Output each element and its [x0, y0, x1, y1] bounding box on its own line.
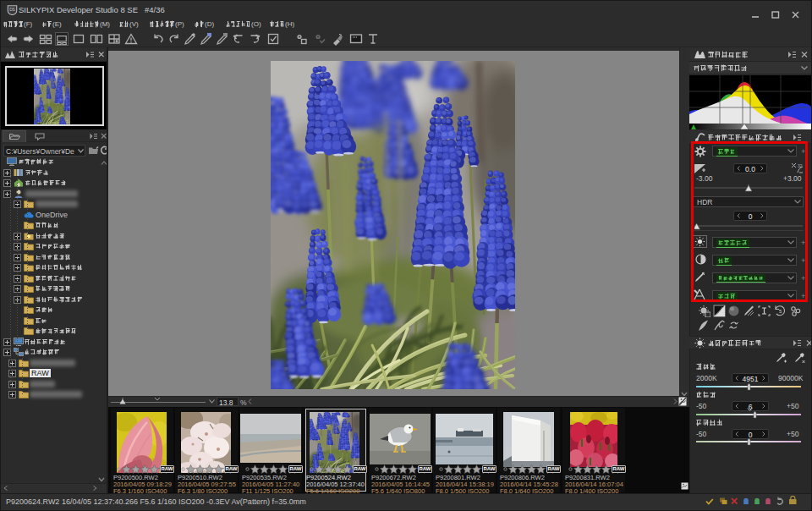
svg-text:DS: DS: [9, 8, 15, 12]
svg-text:5: 5: [779, 309, 782, 314]
